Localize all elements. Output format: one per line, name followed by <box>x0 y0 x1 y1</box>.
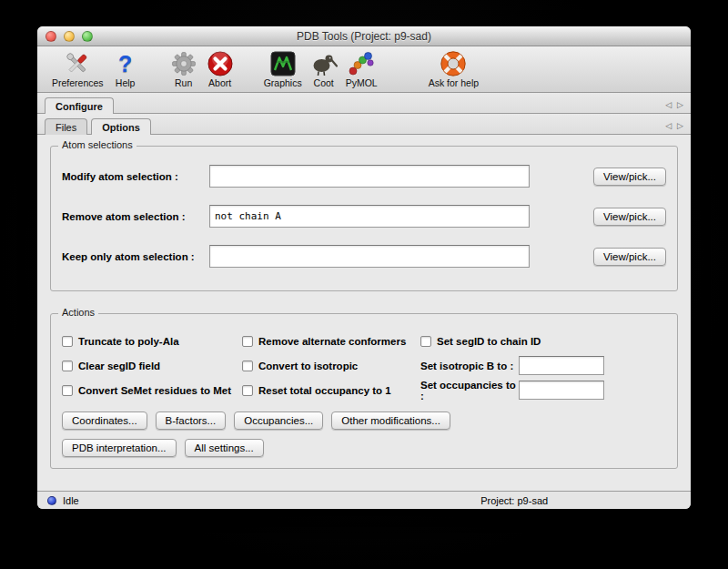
checkbox-box[interactable] <box>62 336 73 347</box>
tab-options[interactable]: Options <box>91 118 151 135</box>
modify-viewpick-button[interactable]: View/pick... <box>593 168 666 186</box>
keep-selection-row: Keep only atom selection : View/pick... <box>62 245 666 268</box>
status-bar: Idle Project: p9-sad <box>37 491 691 509</box>
main-tab-bar: Configure ◁ ▷ <box>37 93 691 114</box>
isotropic-b-input[interactable] <box>519 356 604 375</box>
pdb-interpretation-button[interactable]: PDB interpretation... <box>62 439 177 457</box>
toolbar-item-label: Run <box>175 77 192 88</box>
checkbox-box[interactable] <box>242 385 253 396</box>
group-title: Actions <box>58 307 98 318</box>
title-bar: PDB Tools (Project: p9-sad) <box>37 26 691 46</box>
checkbox-set-segid-to-chainid[interactable]: Set segID to chain ID <box>420 336 666 347</box>
actions-button-row-2: PDB interpretation... All settings... <box>62 439 666 457</box>
checkbox-convert-semet[interactable]: Convert SeMet residues to Met <box>62 385 242 396</box>
desktop-background: PDB Tools (Project: p9-sad) Preferences … <box>0 0 728 569</box>
sub-tab-bar: Files Options ◁ ▷ <box>37 114 691 135</box>
remove-selection-row: Remove atom selection : View/pick... <box>62 205 666 228</box>
lifebuoy-icon <box>439 49 468 78</box>
run-button[interactable]: Run <box>169 49 198 88</box>
all-settings-button[interactable]: All settings... <box>185 439 264 457</box>
group-title: Atom selections <box>58 139 136 150</box>
toolbar-item-label: Graphics <box>264 77 302 88</box>
pymol-button[interactable]: PyMOL <box>346 49 378 88</box>
coot-button[interactable]: Coot <box>309 49 339 88</box>
tab-scroll-left-icon[interactable]: ◁ <box>665 101 672 109</box>
status-indicator-icon <box>47 496 56 505</box>
modify-selection-input[interactable] <box>209 165 530 188</box>
other-modifications-button[interactable]: Other modifications... <box>331 412 450 430</box>
graphics-button[interactable]: Graphics <box>264 49 302 88</box>
tab-scroll-right-icon[interactable]: ▷ <box>677 122 683 130</box>
occupancies-input[interactable] <box>519 381 604 400</box>
tab-pager: ◁ ▷ <box>665 101 691 109</box>
checkbox-clear-segid[interactable]: Clear segID field <box>62 361 242 371</box>
modify-selection-label: Modify atom selection : <box>62 171 209 182</box>
abort-button[interactable]: Abort <box>206 49 235 88</box>
tab-files[interactable]: Files <box>45 118 87 135</box>
checkbox-reset-occupancy[interactable]: Reset total occupancy to 1 <box>242 385 420 396</box>
pymol-spheres-icon <box>347 49 376 78</box>
checkbox-remove-alternate-conformers[interactable]: Remove alternate conformers <box>242 336 420 347</box>
toolbar-item-label: Coot <box>314 77 334 88</box>
toolbar-item-label: Preferences <box>52 77 104 88</box>
project-label: Project: p9-sad <box>480 495 548 506</box>
help-button[interactable]: ? Help <box>111 49 140 88</box>
keep-selection-input[interactable] <box>209 245 530 268</box>
checkbox-box[interactable] <box>242 361 253 371</box>
tools-icon <box>63 49 92 78</box>
toolbar-item-label: Ask for help <box>429 77 479 88</box>
checkbox-box[interactable] <box>62 361 73 371</box>
coot-bird-icon <box>309 49 339 78</box>
actions-checkbox-grid: Truncate to poly-Ala Remove alternate co… <box>62 329 666 402</box>
remove-viewpick-button[interactable]: View/pick... <box>593 208 666 226</box>
tab-scroll-right-icon[interactable]: ▷ <box>677 101 683 109</box>
group-atom-selections: Atom selections Modify atom selection : … <box>50 146 678 291</box>
isotropic-b-field-row: Set isotropic B to : <box>420 356 666 375</box>
window-title: PDB Tools (Project: p9-sad) <box>37 30 691 43</box>
group-actions: Actions Truncate to poly-Ala Remove alte… <box>50 313 678 469</box>
checkbox-box[interactable] <box>62 385 73 396</box>
actions-button-row-1: Coordinates... B-factors... Occupancies.… <box>62 412 666 430</box>
coordinates-button[interactable]: Coordinates... <box>62 412 147 430</box>
remove-selection-input[interactable] <box>209 205 530 228</box>
occupancies-label: Set occupancies to : <box>420 380 519 401</box>
isotropic-b-label: Set isotropic B to : <box>420 361 519 371</box>
tab-configure[interactable]: Configure <box>45 97 114 114</box>
modify-selection-row: Modify atom selection : View/pick... <box>62 165 666 188</box>
keep-viewpick-button[interactable]: View/pick... <box>593 248 666 266</box>
options-panel: Atom selections Modify atom selection : … <box>37 135 691 491</box>
pdb-tools-window: PDB Tools (Project: p9-sad) Preferences … <box>37 26 691 509</box>
abort-cross-icon <box>206 49 235 78</box>
toolbar-item-label: Abort <box>208 77 231 88</box>
toolbar-item-label: PyMOL <box>346 77 378 88</box>
checkbox-box[interactable] <box>242 336 253 347</box>
status-text: Idle <box>63 495 79 506</box>
graphics-icon <box>268 49 298 78</box>
tab-scroll-left-icon[interactable]: ◁ <box>665 122 672 130</box>
checkbox-truncate-polyala[interactable]: Truncate to poly-Ala <box>62 336 242 347</box>
occupancies-button[interactable]: Occupancies... <box>234 412 323 430</box>
toolbar-item-label: Help <box>116 77 136 88</box>
question-mark-icon: ? <box>111 49 140 78</box>
checkbox-convert-isotropic[interactable]: Convert to isotropic <box>242 361 420 371</box>
gear-icon <box>169 49 198 78</box>
checkbox-box[interactable] <box>420 336 431 347</box>
b-factors-button[interactable]: B-factors... <box>156 412 227 430</box>
tab-pager: ◁ ▷ <box>665 122 691 130</box>
occupancies-field-row: Set occupancies to : <box>420 380 666 401</box>
keep-selection-label: Keep only atom selection : <box>62 251 209 262</box>
preferences-button[interactable]: Preferences <box>52 49 104 88</box>
ask-for-help-button[interactable]: Ask for help <box>429 49 479 88</box>
content-spacer <box>37 469 691 491</box>
toolbar: Preferences ? Help <box>37 46 691 93</box>
remove-selection-label: Remove atom selection : <box>62 211 209 222</box>
